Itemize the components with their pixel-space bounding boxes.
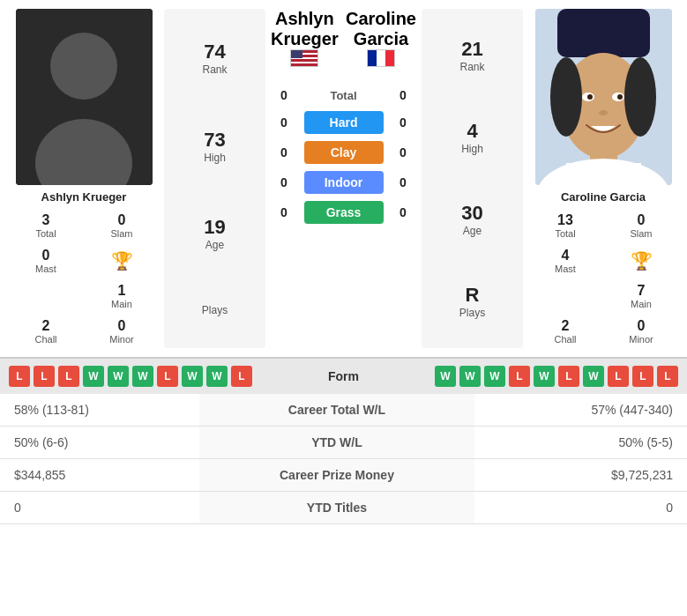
stats-row-3: 0YTD Titles0 xyxy=(0,492,687,524)
right-flag-row xyxy=(367,49,395,67)
stats-label-0: Career Total W/L xyxy=(199,394,475,427)
form-left-badge-1: L xyxy=(34,366,55,387)
left-minor-cell: 0 Minor xyxy=(85,315,159,348)
right-mast-value: 4 xyxy=(530,248,601,263)
stats-label-2: Career Prize Money xyxy=(199,459,475,492)
right-high-block: 4 High xyxy=(461,120,483,155)
us-flag xyxy=(290,49,318,67)
stats-label-1: YTD W/L xyxy=(199,427,475,459)
right-rank-value: 21 xyxy=(459,38,484,61)
left-total-value: 3 xyxy=(11,212,81,228)
form-left-badge-4: W xyxy=(108,366,129,387)
left-high-value: 73 xyxy=(204,129,226,152)
indoor-badge: Indoor xyxy=(304,171,384,194)
left-slam-cell: 0 Slam xyxy=(85,209,159,242)
right-chall-value: 2 xyxy=(530,318,601,334)
left-chall-value: 2 xyxy=(11,318,81,334)
stats-right-0: 57% (447-340) xyxy=(474,394,687,427)
left-high-block: 73 High xyxy=(204,129,226,164)
fr-flag xyxy=(367,49,395,67)
stats-row-1: 50% (6-6)YTD W/L50% (5-5) xyxy=(0,427,687,459)
form-right-badge-9: L xyxy=(657,366,678,387)
stats-left-3: 0 xyxy=(0,492,199,524)
grass-right-val: 0 xyxy=(390,205,416,219)
right-player-card: Caroline Garcia 13 Total 0 Slam 4 Mast 🏆 xyxy=(528,9,678,348)
stats-row-2: $344,855Career Prize Money$9,725,231 xyxy=(0,459,687,492)
total-center-label: Total xyxy=(330,89,356,102)
left-rank-block: 74 Rank xyxy=(202,41,227,76)
right-trophy-icon: 🏆 xyxy=(631,250,653,271)
right-trophy-cell: 🏆 xyxy=(604,244,678,278)
stats-right-3: 0 xyxy=(474,492,687,524)
form-right-badge-5: L xyxy=(558,366,579,387)
right-age-label: Age xyxy=(461,225,482,237)
left-mast-label: Mast xyxy=(11,263,81,274)
clay-right-val: 0 xyxy=(390,145,416,160)
right-mast-label: Mast xyxy=(530,263,601,274)
indoor-left-val: 0 xyxy=(271,175,297,189)
right-slam-value: 0 xyxy=(606,212,676,228)
right-rank-block: 21 Rank xyxy=(459,38,484,73)
stats-left-1: 50% (6-6) xyxy=(0,427,199,459)
svg-point-7 xyxy=(624,57,656,137)
right-plays-block: R Plays xyxy=(459,284,485,319)
right-rank-label: Rank xyxy=(459,61,484,73)
total-row: 0 Total 0 xyxy=(271,88,416,102)
left-chall-cell: 2 Chall xyxy=(9,315,83,348)
right-chall-cell: 2 Chall xyxy=(528,315,602,348)
surface-section: 0 Hard 0 0 Clay 0 0 Indoor 0 0 Grass xyxy=(271,111,416,231)
flag-fr-blue xyxy=(368,50,377,66)
flag-fr-red xyxy=(385,50,394,66)
clay-left-val: 0 xyxy=(271,145,297,160)
right-middle-stats: 21 Rank 4 High 30 Age R Plays xyxy=(422,9,523,348)
stats-right-1: 50% (5-5) xyxy=(474,427,687,459)
hard-badge: Hard xyxy=(304,111,384,134)
left-middle-stats: 74 Rank 73 High 19 Age Plays xyxy=(164,9,265,348)
right-slam-cell: 0 Slam xyxy=(604,209,678,242)
surface-row-hard: 0 Hard 0 xyxy=(271,111,416,134)
svg-rect-15 xyxy=(566,163,641,185)
right-minor-value: 0 xyxy=(606,318,676,334)
left-mast-value: 0 xyxy=(11,248,81,263)
form-left-badge-9: L xyxy=(231,366,252,387)
right-center-name-line1: Caroline xyxy=(346,9,416,29)
form-label: Form xyxy=(291,369,397,383)
right-player-stats: 13 Total 0 Slam 4 Mast 🏆 7 Main xyxy=(528,209,678,348)
stats-table: 58% (113-81)Career Total W/L57% (447-340… xyxy=(0,394,687,524)
left-slam-value: 0 xyxy=(86,212,157,228)
form-right-badge-3: L xyxy=(509,366,530,387)
right-chall-label: Chall xyxy=(530,334,601,345)
total-right-val: 0 xyxy=(390,88,416,102)
form-left-badge-0: L xyxy=(9,366,30,387)
left-main-cell: 1 Main xyxy=(85,279,159,313)
right-total-cell: 13 Total xyxy=(528,209,602,242)
left-age-label: Age xyxy=(204,239,225,251)
right-minor-label: Minor xyxy=(606,334,676,345)
right-name-flag: Caroline Garcia xyxy=(346,9,416,74)
right-total-label: Total xyxy=(530,228,601,239)
right-plays-value: R xyxy=(459,284,485,307)
right-mast-cell: 4 Mast xyxy=(528,244,602,278)
form-section: LLLWWWLWWL Form WWWLWLWLLL xyxy=(0,357,687,394)
svg-point-12 xyxy=(599,110,608,115)
form-left-badge-6: L xyxy=(157,366,178,387)
stats-right-2: $9,725,231 xyxy=(474,459,687,492)
left-total-label: Total xyxy=(11,228,81,239)
left-chall-label: Chall xyxy=(11,334,81,345)
form-left-badge-3: W xyxy=(83,366,104,387)
svg-point-11 xyxy=(617,94,623,100)
left-player-photo xyxy=(16,9,153,185)
flag-fr-white xyxy=(377,50,385,66)
left-age-block: 19 Age xyxy=(204,216,225,251)
form-right-badge-1: W xyxy=(459,366,481,387)
hard-right-val: 0 xyxy=(390,115,416,130)
left-high-label: High xyxy=(204,152,226,164)
left-center-name-line1: Ashlyn xyxy=(275,9,334,29)
right-age-block: 30 Age xyxy=(461,202,482,237)
left-player-card: Ashlyn Krueger 3 Total 0 Slam 0 Mast 🏆 xyxy=(9,9,159,348)
left-player-name: Ashlyn Krueger xyxy=(41,190,127,204)
top-section: Ashlyn Krueger 3 Total 0 Slam 0 Mast 🏆 xyxy=(0,0,687,357)
left-plays-label: Plays xyxy=(202,304,228,316)
grass-left-val: 0 xyxy=(271,205,297,219)
left-mast-cell: 0 Mast xyxy=(9,244,83,278)
